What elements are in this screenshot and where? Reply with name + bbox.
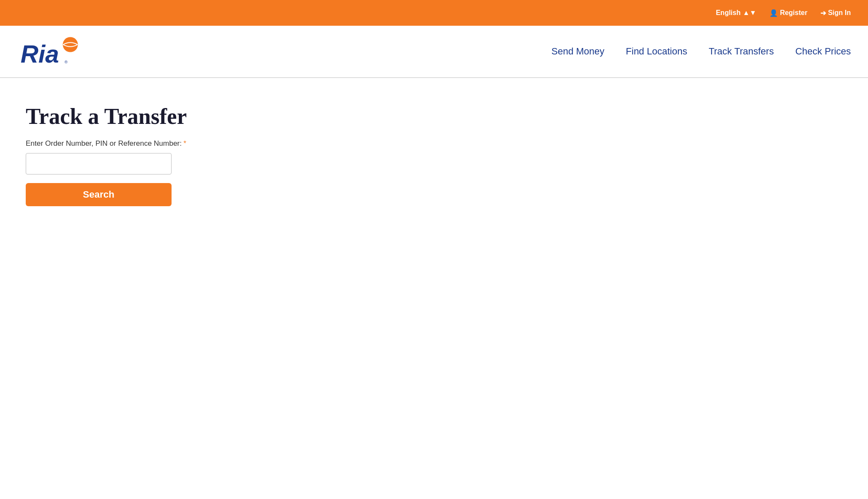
nav-check-prices[interactable]: Check Prices <box>795 46 851 57</box>
svg-text:®: ® <box>64 60 67 64</box>
svg-point-0 <box>63 37 78 52</box>
order-number-input[interactable] <box>26 153 172 174</box>
language-label: English <box>716 9 741 17</box>
nav-find-locations[interactable]: Find Locations <box>626 46 687 57</box>
language-selector[interactable]: English ▲▼ <box>716 9 756 17</box>
main-nav: Send Money Find Locations Track Transfer… <box>552 46 851 57</box>
ria-logo: Ria ® <box>17 34 86 69</box>
search-button[interactable]: Search <box>26 183 172 206</box>
top-bar: English ▲▼ 👤 Register ➔ Sign In <box>0 0 868 26</box>
signin-label: Sign In <box>828 9 851 17</box>
form-label: Enter Order Number, PIN or Reference Num… <box>26 139 842 148</box>
nav-send-money[interactable]: Send Money <box>552 46 605 57</box>
content-area: Track a Transfer Enter Order Number, PIN… <box>0 78 868 499</box>
language-arrows-icon: ▲▼ <box>743 9 756 17</box>
svg-text:Ria: Ria <box>21 40 59 68</box>
nav-track-transfers[interactable]: Track Transfers <box>708 46 774 57</box>
page-title: Track a Transfer <box>26 104 842 129</box>
logo-container: Ria ® <box>17 34 86 69</box>
required-indicator: * <box>184 139 187 147</box>
signin-link[interactable]: ➔ Sign In <box>820 9 851 17</box>
main-header: Ria ® Send Money Find Locations Track Tr… <box>0 26 868 78</box>
signin-icon: ➔ <box>820 9 826 17</box>
register-link[interactable]: 👤 Register <box>769 9 808 17</box>
label-text: Enter Order Number, PIN or Reference Num… <box>26 139 182 147</box>
register-label: Register <box>780 9 808 17</box>
person-icon: 👤 <box>769 9 778 17</box>
